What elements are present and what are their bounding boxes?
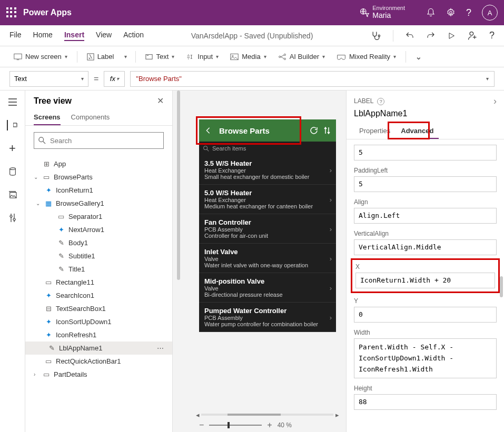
vertical-scrollbar[interactable]: [500, 276, 503, 297]
bell-icon[interactable]: [426, 8, 436, 17]
list-item[interactable]: Pumped Water ControllerPCB AssemblyWater…: [199, 303, 336, 332]
label-x: X: [355, 263, 495, 270]
zoom-slider[interactable]: [209, 425, 262, 426]
input-button[interactable]: Input ▾: [182, 51, 223, 63]
horizontal-scrollbar[interactable]: ◂ ▸: [194, 411, 341, 418]
info-icon[interactable]: ?: [377, 98, 384, 105]
tree-node-textsearchbox1[interactable]: ⊟TextSearchBox1: [25, 302, 172, 315]
tab-components[interactable]: Components: [71, 110, 110, 125]
tab-advanced[interactable]: Advanced: [396, 124, 439, 139]
menu-home[interactable]: Home: [33, 31, 53, 41]
equals-sign: =: [94, 74, 98, 84]
label-button[interactable]: Label: [83, 51, 118, 63]
tree-node-rectquickactionbar1[interactable]: ▭RectQuickActionBar1: [25, 355, 172, 368]
zoom-out-button[interactable]: −: [199, 420, 204, 430]
help-icon[interactable]: ?: [466, 7, 471, 18]
tree-node-title1[interactable]: ✎Title1: [25, 263, 172, 276]
formula-input[interactable]: "Browse Parts" ▾: [130, 71, 495, 87]
tree-title: Tree view: [34, 96, 72, 106]
list-item[interactable]: 5.0 W/S HeaterHeat ExchangerMedium heat …: [199, 185, 336, 214]
back-icon[interactable]: [204, 127, 212, 134]
toolbar: New screen ▾ Label ▾ Text ▾ Input ▾ Medi…: [0, 46, 504, 67]
env-name: Maria: [372, 11, 391, 19]
help-icon-2[interactable]: ?: [489, 30, 495, 41]
ai-builder-button[interactable]: AI Builder ▾: [274, 51, 329, 63]
undo-icon[interactable]: [405, 31, 414, 41]
gear-icon[interactable]: [446, 8, 456, 17]
tree-search-input[interactable]: [50, 137, 159, 145]
overflow-chevron-icon[interactable]: ⌄: [411, 51, 426, 63]
tree-node-body1[interactable]: ✎Body1: [25, 236, 172, 249]
menu-action[interactable]: Action: [123, 31, 144, 41]
env-label: Environment: [372, 5, 405, 11]
tree-view-icon[interactable]: [7, 120, 17, 130]
tree-search[interactable]: [34, 132, 164, 149]
chevron-right-icon[interactable]: ›: [493, 96, 497, 107]
media-button[interactable]: Media ▾: [226, 51, 270, 63]
menu-file[interactable]: File: [9, 31, 22, 41]
redo-icon[interactable]: [426, 31, 436, 41]
tree-node-iconreturn1[interactable]: ✦IconReturn1: [25, 184, 172, 197]
waffle-icon[interactable]: [6, 7, 17, 18]
tab-screens[interactable]: Screens: [34, 110, 61, 125]
stethoscope-icon[interactable]: [371, 31, 381, 41]
mixed-reality-button[interactable]: Mixed Reality ▾: [332, 51, 400, 63]
hamburger-icon[interactable]: [7, 97, 18, 107]
tree-node-partdetails[interactable]: ›▭PartDetails: [25, 368, 172, 381]
zoom-in-button[interactable]: +: [267, 420, 272, 430]
input-paddingtop[interactable]: 5: [354, 145, 497, 160]
text-button[interactable]: Text ▾: [141, 51, 179, 63]
chevron-right-icon: ›: [330, 284, 332, 292]
tree-node-nextarrow1[interactable]: ✦NextArrow1: [25, 223, 172, 236]
input-valign[interactable]: VerticalAlign.Middle: [354, 239, 497, 255]
input-width[interactable]: Parent.Width - Self.X - IconSortUpDown1.…: [354, 338, 497, 378]
input-paddingleft[interactable]: 5: [354, 176, 497, 192]
tree-node-subtitle1[interactable]: ✎Subtitle1: [25, 249, 172, 263]
tree-panel: Tree view ✕ Screens Components ⊞App ⌄▭Br…: [25, 91, 173, 432]
tree-node-separator1[interactable]: ▭Separator1: [25, 210, 172, 223]
input-height[interactable]: 88: [354, 394, 497, 410]
tree-node-browseparts[interactable]: ⌄▭BrowseParts: [25, 170, 172, 184]
tools-icon[interactable]: [7, 213, 18, 223]
svg-point-9: [279, 56, 280, 57]
list-item[interactable]: Fan ControllerPCB AssemblyController for…: [199, 214, 336, 244]
fx-button[interactable]: fx▾: [104, 71, 125, 87]
refresh-icon[interactable]: [310, 126, 318, 135]
media-rail-icon[interactable]: [7, 189, 18, 200]
new-screen-button[interactable]: New screen ▾: [9, 51, 72, 63]
chevron-down-icon[interactable]: ▾: [121, 52, 130, 62]
menu-view[interactable]: View: [96, 31, 112, 41]
tree-node-lblappname1[interactable]: ✎LblAppName1⋯: [25, 341, 172, 355]
preview-header[interactable]: Browse Parts: [199, 119, 336, 142]
data-icon[interactable]: [7, 166, 18, 177]
chevron-right-icon: ›: [330, 313, 332, 321]
input-align[interactable]: Align.Left: [354, 208, 497, 224]
tree-node-searchicon1[interactable]: ✦SearchIcon1: [25, 289, 172, 302]
preview-search[interactable]: Search items: [199, 142, 336, 155]
tree-node-iconsortupdown1[interactable]: ✦IconSortUpDown1: [25, 315, 172, 328]
tree-node-iconrefresh1[interactable]: ✦IconRefresh1: [25, 328, 172, 341]
vertical-scrollbar[interactable]: [177, 91, 180, 280]
more-icon[interactable]: ⋯: [157, 344, 164, 352]
chevron-down-icon: ▾: [264, 54, 266, 59]
add-icon[interactable]: +: [7, 143, 18, 154]
list-item[interactable]: Inlet ValveValveWater inlet valve with o…: [199, 244, 336, 273]
avatar[interactable]: A: [482, 5, 498, 21]
tree-node-rectangle11[interactable]: ▭Rectangle11: [25, 276, 172, 289]
close-icon[interactable]: ✕: [157, 96, 164, 106]
doc-status: VanArsdelApp - Saved (Unpublished): [191, 32, 313, 40]
share-person-icon[interactable]: [467, 31, 478, 41]
search-icon: [38, 137, 46, 144]
list-item[interactable]: Mid-position ValveValveBi-directional pr…: [199, 273, 336, 303]
play-icon[interactable]: [447, 32, 456, 40]
menu-insert[interactable]: Insert: [64, 31, 84, 41]
sort-icon[interactable]: [323, 126, 331, 135]
property-selector[interactable]: Text ▾: [9, 71, 88, 87]
tree-node-browsegallery1[interactable]: ⌄▦BrowseGallery1: [25, 197, 172, 210]
environment-picker[interactable]: Environment Maria: [360, 5, 405, 20]
input-y[interactable]: 0: [354, 307, 497, 323]
tree-node-app[interactable]: ⊞App: [25, 157, 172, 170]
input-x[interactable]: IconReturn1.Width + 20: [355, 273, 495, 288]
list-item[interactable]: 3.5 W/S HeaterHeat ExchangerSmall heat e…: [199, 155, 336, 185]
tab-properties[interactable]: Properties: [354, 124, 396, 139]
